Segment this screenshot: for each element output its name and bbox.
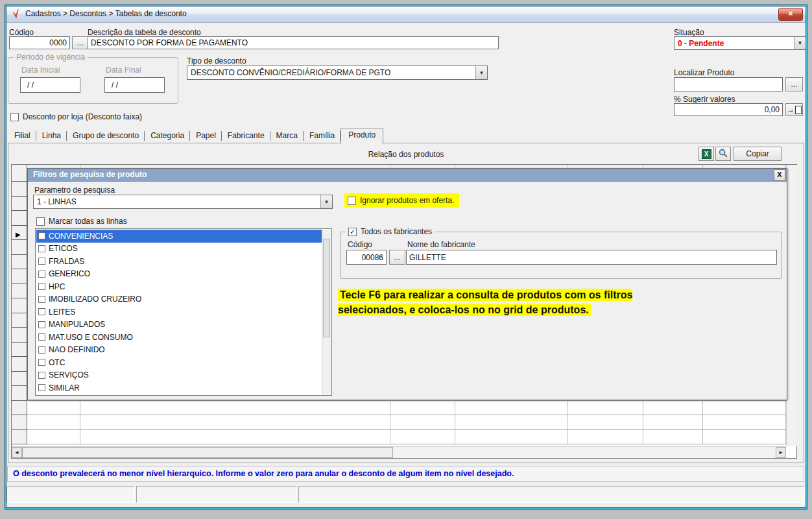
tab-fabricante[interactable]: Fabricante bbox=[222, 128, 270, 143]
line-checkbox[interactable] bbox=[38, 296, 45, 303]
fab-nome-input[interactable] bbox=[406, 250, 777, 265]
data-final-input[interactable] bbox=[104, 77, 165, 93]
list-item[interactable]: CONVENIENCIAS bbox=[36, 230, 322, 243]
list-item[interactable]: NAO DEFINIDO bbox=[36, 344, 322, 357]
grid-cell[interactable] bbox=[80, 415, 390, 430]
list-item[interactable]: GENERICO bbox=[36, 268, 322, 281]
localizar-browse-button[interactable]: ... bbox=[785, 77, 803, 91]
linhas-list-scrollbar[interactable] bbox=[322, 230, 331, 394]
grid-cell[interactable] bbox=[27, 430, 80, 445]
scroll-left-icon[interactable]: ◄ bbox=[12, 447, 22, 458]
line-checkbox[interactable] bbox=[38, 333, 45, 341]
ignorar-oferta-checkbox[interactable] bbox=[348, 197, 356, 205]
fab-browse-button[interactable]: ... bbox=[389, 250, 405, 265]
desconto-loja-checkbox-row[interactable]: Desconto por loja (Desconto faixa) bbox=[10, 112, 142, 121]
parametro-dropdown-icon[interactable]: ▼ bbox=[320, 195, 332, 208]
line-checkbox[interactable] bbox=[38, 271, 45, 278]
list-item[interactable]: OTC bbox=[36, 356, 322, 369]
sugerir-input[interactable] bbox=[674, 103, 783, 116]
grid-cell[interactable] bbox=[703, 415, 786, 430]
marcar-todas-checkbox[interactable] bbox=[36, 217, 45, 226]
ignorar-oferta-row[interactable]: Ignorar produtos em oferta. bbox=[344, 193, 459, 208]
tab-grupo-de-desconto[interactable]: Grupo de desconto bbox=[67, 128, 145, 143]
grid-cell[interactable] bbox=[27, 401, 80, 416]
grid-row[interactable] bbox=[12, 415, 786, 430]
window-title: Cadastros > Descontos > Tabelas de desco… bbox=[25, 9, 187, 18]
desconto-loja-checkbox[interactable] bbox=[10, 113, 19, 121]
line-checkbox[interactable] bbox=[38, 384, 45, 391]
tab-filial[interactable]: Filial bbox=[8, 128, 36, 143]
list-item[interactable]: FRALDAS bbox=[36, 255, 322, 268]
list-item[interactable]: SIMILAR bbox=[36, 381, 322, 394]
line-checkbox[interactable] bbox=[38, 245, 45, 252]
list-item[interactable]: ETICOS bbox=[36, 243, 322, 256]
scroll-right-icon[interactable]: ► bbox=[776, 447, 786, 458]
tipo-dropdown-icon[interactable]: ▼ bbox=[475, 66, 487, 79]
codigo-browse-button[interactable]: ... bbox=[72, 36, 88, 49]
tab-linha[interactable]: Linha bbox=[36, 128, 67, 143]
grid-cell[interactable] bbox=[455, 401, 568, 416]
descricao-label: Descrição da tabela de desconto bbox=[88, 28, 201, 37]
grid-cell[interactable] bbox=[390, 430, 455, 445]
copiar-button[interactable]: Copiar bbox=[734, 147, 782, 161]
window-close-button[interactable]: × bbox=[778, 8, 803, 21]
grid-cell[interactable] bbox=[390, 401, 455, 416]
grid-cell[interactable] bbox=[643, 415, 703, 430]
grid-hscroll-thumb[interactable] bbox=[22, 447, 393, 458]
situacao-dropdown-icon[interactable]: ▼ bbox=[794, 37, 806, 49]
grid-horizontal-scrollbar[interactable]: ◄ ► bbox=[12, 446, 786, 458]
grid-cell[interactable] bbox=[643, 430, 703, 445]
tab-familia[interactable]: Família bbox=[304, 128, 340, 143]
tab-papel[interactable]: Papel bbox=[190, 128, 222, 143]
list-item[interactable]: SERVIÇOS bbox=[36, 369, 322, 382]
grid-cell[interactable] bbox=[80, 401, 390, 416]
descricao-input[interactable] bbox=[88, 36, 499, 49]
marcar-todas-row[interactable]: Marcar todas as linhas bbox=[36, 217, 127, 226]
line-checkbox[interactable] bbox=[38, 346, 45, 354]
search-products-button[interactable] bbox=[715, 147, 731, 161]
parametro-combo[interactable]: 1 - LINHAS ▼ bbox=[33, 195, 333, 209]
situacao-combo[interactable]: 0 - Pendente ▼ bbox=[674, 36, 806, 50]
fab-codigo-input[interactable] bbox=[346, 250, 387, 265]
line-checkbox[interactable] bbox=[38, 232, 45, 239]
grid-cell[interactable] bbox=[455, 430, 568, 445]
grid-row[interactable] bbox=[12, 430, 786, 445]
todos-fabricantes-checkbox[interactable]: ✓ bbox=[348, 228, 357, 236]
grid-vertical-scrollbar[interactable] bbox=[786, 165, 797, 446]
grid-cell[interactable] bbox=[703, 401, 786, 416]
sugerir-apply-button[interactable]: → bbox=[785, 103, 803, 116]
grid-cell[interactable] bbox=[390, 415, 455, 430]
linhas-list-scroll-thumb[interactable] bbox=[323, 239, 330, 337]
filtros-dialog-close-button[interactable]: X bbox=[774, 169, 785, 181]
list-item[interactable]: MANIPULADOS bbox=[36, 319, 322, 332]
line-checkbox[interactable] bbox=[38, 258, 45, 265]
list-item[interactable]: MAT.USO E CONSUMO bbox=[36, 331, 322, 344]
fabricantes-legend-row[interactable]: ✓ Todos os fabricantes bbox=[345, 227, 435, 236]
grid-cell[interactable] bbox=[80, 430, 390, 445]
tab-marca[interactable]: Marca bbox=[270, 128, 304, 143]
grid-hscroll-track[interactable] bbox=[393, 447, 776, 458]
grid-cell[interactable] bbox=[568, 401, 643, 416]
tipo-combo[interactable]: DESCONTO CONVÊNIO/CREDIÁRIO/FORMA DE PGT… bbox=[187, 66, 488, 80]
line-checkbox[interactable] bbox=[38, 321, 45, 328]
export-excel-button[interactable]: X bbox=[699, 147, 714, 161]
grid-cell[interactable] bbox=[703, 430, 786, 445]
line-checkbox[interactable] bbox=[38, 359, 45, 366]
codigo-input[interactable] bbox=[9, 36, 70, 49]
list-item[interactable]: HPC bbox=[36, 280, 322, 293]
localizar-input[interactable] bbox=[674, 77, 783, 91]
grid-cell[interactable] bbox=[568, 415, 643, 430]
grid-cell[interactable] bbox=[643, 401, 703, 416]
tab-categoria[interactable]: Categoria bbox=[145, 128, 190, 143]
line-checkbox[interactable] bbox=[38, 372, 45, 379]
data-inicial-input[interactable] bbox=[20, 77, 80, 93]
grid-row[interactable] bbox=[12, 401, 786, 416]
grid-cell[interactable] bbox=[27, 415, 80, 430]
tab-produto[interactable]: Produto bbox=[340, 128, 383, 144]
grid-cell[interactable] bbox=[455, 415, 568, 430]
line-checkbox[interactable] bbox=[38, 308, 45, 315]
line-checkbox[interactable] bbox=[38, 283, 45, 290]
list-item[interactable]: LEITES bbox=[36, 306, 322, 319]
grid-cell[interactable] bbox=[568, 430, 643, 445]
list-item[interactable]: IMOBILIZADO CRUZEIRO bbox=[36, 293, 322, 306]
